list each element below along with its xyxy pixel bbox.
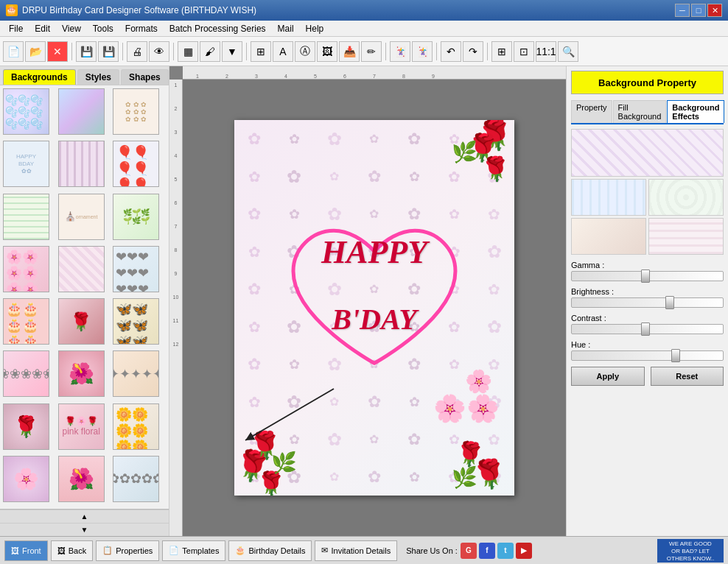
bg-thumb-12[interactable]: ❤❤❤❤❤❤❤❤❤ (113, 246, 159, 292)
tb-barcode2[interactable]: ⊞ (251, 41, 271, 62)
google-icon[interactable]: G (461, 543, 477, 559)
tab-backgrounds[interactable]: Backgrounds (3, 69, 76, 85)
tb-print[interactable]: 🖨 (127, 41, 147, 62)
tb-undo[interactable]: ↶ (441, 41, 461, 62)
canvas-bg[interactable]: ✿ ✿ ✿ ✿ ✿ ✿ ✿ ✿ ✿ ✿ ✿ ✿ ✿ ✿ (183, 80, 566, 536)
bg-thumb-11[interactable] (58, 246, 105, 292)
bg-thumb-15[interactable]: 🦋🦋🦋🦋🦋🦋🦋🦋🦋 (113, 298, 159, 345)
tb-barcode[interactable]: ▦ (178, 41, 198, 62)
tb-import[interactable]: 📥 (339, 41, 360, 62)
tab-property[interactable]: Property (571, 100, 612, 123)
preview-half-4[interactable] (648, 218, 724, 255)
left-panel: Backgrounds Styles Shapes 🫧🫧🫧🫧🫧🫧🫧🫧🫧 ✿ ✿ … (0, 66, 169, 536)
contrast-slider[interactable] (571, 324, 724, 334)
bg-thumb-23[interactable]: 🌺 (58, 456, 105, 502)
tb-card2[interactable]: 🃏 (412, 41, 433, 62)
window-controls[interactable]: ─ □ ✕ (675, 4, 722, 17)
preview-half-1[interactable] (571, 179, 646, 216)
review-badge[interactable]: WE ARE GOODOR BAD? LETOTHERS KNOW.. (657, 539, 724, 563)
tb-draw[interactable]: ✏ (361, 41, 382, 62)
bg-thumb-4[interactable]: HAPPYBDAY✿✿ (3, 141, 49, 187)
tb-open[interactable]: 📂 (25, 41, 46, 62)
bg-thumb-20[interactable]: 🌹🌸🌹pink floral (58, 403, 105, 450)
tab-styles[interactable]: Styles (77, 69, 119, 85)
close-button[interactable]: ✕ (707, 4, 722, 17)
bg-thumb-10[interactable]: 🌸🌸🌸🌸🌸🌸🌸🌸🌸 (3, 246, 49, 292)
bg-thumb-5[interactable] (58, 141, 105, 187)
tb-redo[interactable]: ↷ (463, 41, 483, 62)
tab-shapes[interactable]: Shapes (121, 69, 169, 85)
menu-edit[interactable]: Edit (29, 22, 56, 35)
tb-wordart[interactable]: Ⓐ (295, 41, 315, 62)
youtube-icon[interactable]: ▶ (516, 543, 532, 559)
tb-close[interactable]: ✕ (47, 41, 68, 62)
bg-thumb-19[interactable]: 🌹 (3, 403, 49, 450)
menu-view[interactable]: View (56, 22, 87, 35)
bg-thumb-17[interactable]: 🌺 (58, 350, 105, 397)
brightness-slider[interactable] (571, 297, 724, 308)
tb-grid3[interactable]: 11:1 (536, 41, 556, 62)
menu-formats[interactable]: Formats (119, 22, 164, 35)
bg-thumb-7[interactable] (3, 194, 49, 240)
menu-tools[interactable]: Tools (87, 22, 119, 35)
tb-grid2[interactable]: ⊡ (514, 41, 534, 62)
bg-thumb-8[interactable]: ⛪ornament (58, 194, 105, 240)
bg-thumb-2[interactable] (58, 88, 105, 135)
bg-thumb-24[interactable]: ✿✿✿✿✿✿✿✿✿ (113, 456, 159, 502)
tb-save[interactable]: 💾 (76, 41, 97, 62)
menu-batch[interactable]: Batch Processing Series (164, 22, 272, 35)
tb-paint[interactable]: 🖌 (200, 41, 220, 62)
btn-birthday-details[interactable]: 🎂 Birthday Details (228, 540, 312, 561)
bg-thumb-6[interactable]: 🎈🎈🎈🎈🎈🎈🎈🎈🎈 (113, 141, 159, 187)
scroll-up[interactable]: ▲ (0, 510, 169, 523)
bg-thumb-21[interactable]: 🌼🌼🌼🌼🌼🌼🌼🌼🌼 (113, 403, 159, 450)
preview-large[interactable] (571, 129, 724, 177)
hue-thumb[interactable] (671, 349, 680, 362)
menu-mail[interactable]: Mail (272, 22, 300, 35)
btn-properties[interactable]: 📋 Properties (96, 540, 159, 561)
tb-card1[interactable]: 🃏 (390, 41, 410, 62)
menu-help[interactable]: Help (300, 22, 330, 35)
btn-templates[interactable]: 📄 Templates (162, 540, 225, 561)
bg-thumb-22[interactable]: 🌸 (3, 456, 49, 502)
tb-preview[interactable]: 👁 (149, 41, 169, 62)
card-canvas[interactable]: ✿ ✿ ✿ ✿ ✿ ✿ ✿ ✿ ✿ ✿ ✿ ✿ ✿ ✿ (234, 120, 514, 496)
bg-property-button[interactable]: Background Property (571, 71, 724, 94)
apply-button[interactable]: Apply (571, 367, 645, 386)
tb-grid1[interactable]: ⊞ (491, 41, 512, 62)
minimize-button[interactable]: ─ (675, 4, 690, 17)
preview-half-2[interactable] (648, 179, 724, 216)
bg-thumb-13[interactable]: 🎂🎂🎂🎂🎂🎂🎂🎂🎂 (3, 298, 49, 345)
scroll-down[interactable]: ▼ (0, 523, 169, 536)
canvas-area: 1 2 3 4 5 6 7 8 9 123456789101112 (169, 66, 566, 536)
bg-thumb-16[interactable]: ❀❀❀❀❀❀❀❀❀ (3, 350, 49, 397)
gamma-slider[interactable] (571, 271, 724, 281)
maximize-button[interactable]: □ (691, 4, 706, 17)
contrast-thumb[interactable] (641, 322, 650, 336)
bg-thumb-1[interactable]: 🫧🫧🫧🫧🫧🫧🫧🫧🫧 (3, 88, 49, 135)
tb-saveas[interactable]: 💾 (98, 41, 119, 62)
tb-text[interactable]: A (273, 41, 293, 62)
menu-file[interactable]: File (3, 22, 29, 35)
btn-front[interactable]: 🖼 Front (4, 540, 48, 561)
bg-thumb-18[interactable]: ✦✦✦✦✦✦✦✦✦ (113, 350, 159, 397)
bg-thumb-3[interactable]: ✿ ✿ ✿✿ ✿ ✿✿ ✿ ✿ (113, 88, 159, 135)
btn-invitation-details[interactable]: ✉ Invitation Details (315, 540, 397, 561)
twitter-icon[interactable]: t (497, 543, 514, 559)
reset-button[interactable]: Reset (651, 367, 724, 386)
hue-slider[interactable] (571, 350, 724, 361)
tb-gradient[interactable]: ▼ (222, 41, 242, 62)
tb-image[interactable]: 🖼 (317, 41, 337, 62)
tb-zoom[interactable]: 🔍 (558, 41, 578, 62)
gamma-group: Gamma : (571, 261, 724, 281)
tab-fill-background[interactable]: Fill Background (613, 100, 667, 123)
btn-back[interactable]: 🖼 Back (51, 540, 93, 561)
brightness-thumb[interactable] (665, 296, 674, 309)
tab-background-effects[interactable]: Background Effects (667, 100, 724, 123)
tb-new[interactable]: 📄 (3, 41, 24, 62)
bg-thumb-9[interactable]: 🌿🌱🌿🌱🌿🌱 (113, 194, 159, 240)
bg-thumb-14[interactable]: 🌹 (58, 298, 105, 345)
facebook-icon[interactable]: f (479, 543, 495, 559)
gamma-thumb[interactable] (641, 269, 650, 283)
preview-half-3[interactable] (571, 218, 646, 255)
